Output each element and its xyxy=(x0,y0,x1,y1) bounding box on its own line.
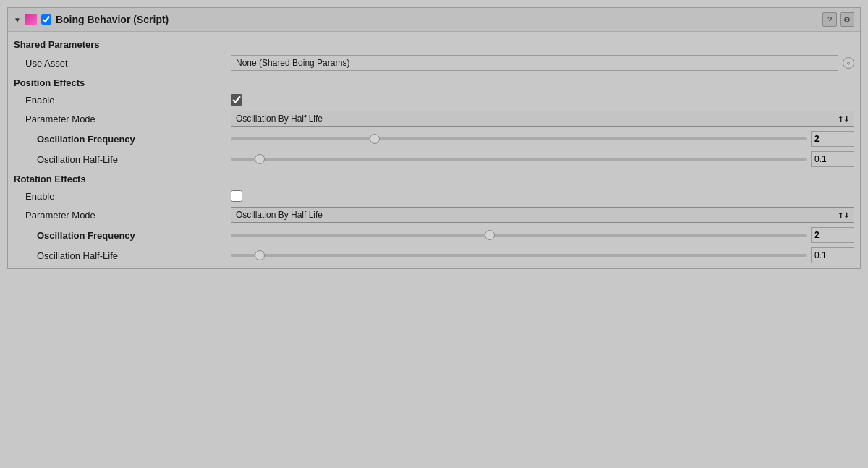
position-param-mode-row: Parameter Mode Oscillation By Half Life … xyxy=(14,109,854,129)
position-osc-freq-value[interactable] xyxy=(811,131,854,147)
position-osc-freq-label: Oscillation Frequency xyxy=(14,134,231,145)
rotation-enable-label: Enable xyxy=(14,191,231,202)
rotation-param-mode-dropdown[interactable]: Oscillation By Half Life ⬆⬇ xyxy=(231,207,854,223)
rotation-param-mode-value: Oscillation By Half Life xyxy=(236,210,323,220)
rotation-enable-row: Enable xyxy=(14,187,854,205)
position-osc-halflife-label: Oscillation Half-Life xyxy=(14,154,231,165)
position-param-mode-dropdown[interactable]: Oscillation By Half Life ⬆⬇ xyxy=(231,111,854,127)
position-enable-row: Enable xyxy=(14,91,854,109)
header-icons: ? ⚙ xyxy=(822,12,854,27)
rotation-enable-checkbox[interactable] xyxy=(231,190,242,202)
position-osc-halflife-value[interactable] xyxy=(811,151,854,167)
component-title: Boing Behavior (Script) xyxy=(56,14,818,25)
section-body: Shared Parameters Use Asset ○ Position E… xyxy=(8,32,860,268)
collapse-arrow-icon[interactable]: ▼ xyxy=(14,16,21,24)
rotation-dropdown-arrow-icon: ⬆⬇ xyxy=(838,211,849,219)
rotation-osc-halflife-slider[interactable] xyxy=(231,254,807,257)
rotation-osc-halflife-thumb[interactable] xyxy=(255,250,265,260)
rotation-param-mode-row: Parameter Mode Oscillation By Half Life … xyxy=(14,205,854,225)
rotation-osc-freq-slider[interactable] xyxy=(231,234,807,237)
rotation-osc-halflife-control xyxy=(231,247,854,263)
use-asset-label: Use Asset xyxy=(14,58,231,69)
rotation-osc-halflife-row: Oscillation Half-Life xyxy=(14,245,854,265)
rotation-enable-control xyxy=(231,190,854,202)
position-osc-freq-row: Oscillation Frequency xyxy=(14,129,854,149)
help-button[interactable]: ? xyxy=(822,12,837,27)
rotation-osc-halflife-label: Oscillation Half-Life xyxy=(14,250,231,261)
rotation-osc-halflife-value[interactable] xyxy=(811,247,854,263)
position-param-mode-control: Oscillation By Half Life ⬆⬇ xyxy=(231,111,854,127)
dropdown-arrow-icon: ⬆⬇ xyxy=(838,115,849,123)
use-asset-field[interactable] xyxy=(231,55,838,71)
position-osc-halflife-control xyxy=(231,151,854,167)
use-asset-row: Use Asset ○ xyxy=(14,53,854,73)
position-osc-halflife-slider[interactable] xyxy=(231,158,807,161)
position-enable-checkbox[interactable] xyxy=(231,94,242,106)
shared-params-label: Shared Parameters xyxy=(14,35,854,53)
position-osc-freq-control xyxy=(231,131,854,147)
rotation-param-mode-control: Oscillation By Half Life ⬆⬇ xyxy=(231,207,854,223)
rotation-param-mode-label: Parameter Mode xyxy=(14,210,231,221)
rotation-osc-freq-control xyxy=(231,227,854,243)
rotation-effects-label: Rotation Effects xyxy=(14,169,854,187)
position-enable-control xyxy=(231,94,854,106)
position-param-mode-value: Oscillation By Half Life xyxy=(236,114,323,124)
position-effects-label: Position Effects xyxy=(14,73,854,91)
position-enable-label: Enable xyxy=(14,95,231,106)
position-osc-halflife-row: Oscillation Half-Life xyxy=(14,149,854,169)
position-osc-freq-thumb[interactable] xyxy=(370,134,380,144)
position-osc-freq-slider[interactable] xyxy=(231,137,807,140)
use-asset-control: ○ xyxy=(231,55,854,71)
rotation-osc-freq-row: Oscillation Frequency xyxy=(14,225,854,245)
position-param-mode-label: Parameter Mode xyxy=(14,114,231,124)
component-header: ▼ Boing Behavior (Script) ? ⚙ xyxy=(8,8,860,32)
rotation-osc-freq-label: Oscillation Frequency xyxy=(14,230,231,241)
rotation-osc-freq-value[interactable] xyxy=(811,227,854,243)
script-icon xyxy=(25,14,37,25)
asset-select-button[interactable]: ○ xyxy=(843,57,854,69)
settings-button[interactable]: ⚙ xyxy=(840,12,854,27)
component-enabled-checkbox[interactable] xyxy=(41,14,51,25)
rotation-osc-freq-thumb[interactable] xyxy=(485,230,495,240)
inspector-panel: ▼ Boing Behavior (Script) ? ⚙ Shared Par… xyxy=(7,7,861,269)
position-osc-halflife-thumb[interactable] xyxy=(255,154,265,164)
